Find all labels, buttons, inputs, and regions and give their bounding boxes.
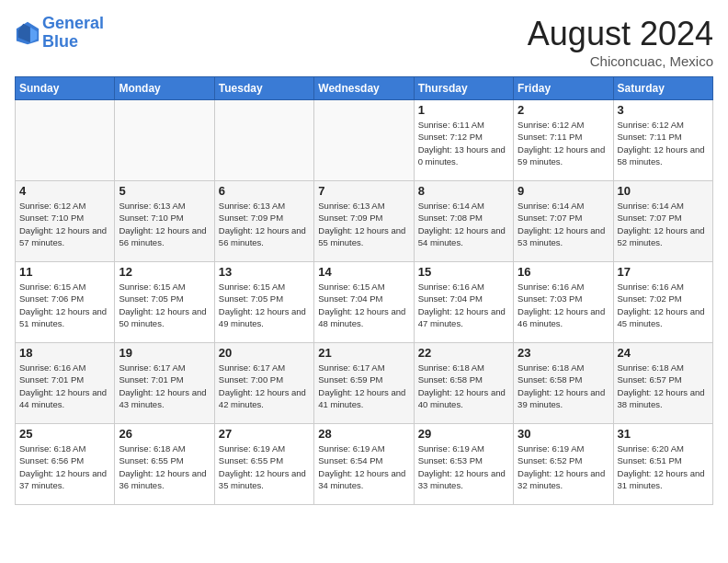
day-cell: 19Sunrise: 6:17 AM Sunset: 7:01 PM Dayli… [115,343,214,424]
day-info: Sunrise: 6:20 AM Sunset: 6:51 PM Dayligh… [618,442,709,491]
day-cell: 4Sunrise: 6:12 AM Sunset: 7:10 PM Daylig… [16,181,115,262]
day-number: 13 [219,265,310,279]
day-info: Sunrise: 6:17 AM Sunset: 6:59 PM Dayligh… [318,362,409,410]
day-cell: 15Sunrise: 6:16 AM Sunset: 7:04 PM Dayli… [414,262,513,343]
day-number: 24 [618,346,709,360]
day-info: Sunrise: 6:19 AM Sunset: 6:52 PM Dayligh… [518,442,609,491]
day-info: Sunrise: 6:16 AM Sunset: 7:03 PM Dayligh… [518,281,609,329]
day-cell: 6Sunrise: 6:13 AM Sunset: 7:09 PM Daylig… [214,181,313,262]
day-info: Sunrise: 6:12 AM Sunset: 7:11 PM Dayligh… [618,119,709,167]
day-number: 15 [418,265,509,279]
day-cell: 28Sunrise: 6:19 AM Sunset: 6:54 PM Dayli… [314,424,414,505]
day-info: Sunrise: 6:18 AM Sunset: 6:55 PM Dayligh… [119,442,210,491]
logo-text: General Blue [42,15,104,52]
day-info: Sunrise: 6:15 AM Sunset: 7:05 PM Dayligh… [219,281,310,329]
day-info: Sunrise: 6:19 AM Sunset: 6:53 PM Dayligh… [418,442,509,491]
day-number: 11 [19,265,110,279]
day-info: Sunrise: 6:14 AM Sunset: 7:07 PM Dayligh… [518,200,609,248]
day-cell: 18Sunrise: 6:16 AM Sunset: 7:01 PM Dayli… [16,343,115,424]
week-row-4: 18Sunrise: 6:16 AM Sunset: 7:01 PM Dayli… [16,343,713,424]
day-info: Sunrise: 6:13 AM Sunset: 7:09 PM Dayligh… [219,200,310,248]
day-cell: 27Sunrise: 6:19 AM Sunset: 6:55 PM Dayli… [214,424,313,505]
day-number: 17 [618,265,709,279]
weekday-header-tuesday: Tuesday [214,77,313,100]
day-info: Sunrise: 6:14 AM Sunset: 7:07 PM Dayligh… [618,200,709,248]
day-number: 20 [219,346,310,360]
week-row-3: 11Sunrise: 6:15 AM Sunset: 7:06 PM Dayli… [16,262,713,343]
day-number: 9 [518,184,609,198]
day-number: 22 [418,346,509,360]
day-cell: 9Sunrise: 6:14 AM Sunset: 7:07 PM Daylig… [514,181,613,262]
day-number: 2 [518,103,609,117]
day-number: 3 [618,103,709,117]
weekday-header-saturday: Saturday [613,77,712,100]
month-title: August 2024 [528,15,713,53]
day-info: Sunrise: 6:17 AM Sunset: 7:00 PM Dayligh… [219,362,310,410]
day-number: 6 [219,184,310,198]
day-number: 4 [19,184,110,198]
day-cell: 29Sunrise: 6:19 AM Sunset: 6:53 PM Dayli… [414,424,513,505]
day-info: Sunrise: 6:13 AM Sunset: 7:10 PM Dayligh… [119,200,210,248]
day-number: 26 [119,427,210,441]
day-number: 29 [418,427,509,441]
weekday-header-thursday: Thursday [414,77,513,100]
page-header: General Blue August 2024 Chiconcuac, Mex… [15,15,713,69]
day-number: 30 [518,427,609,441]
day-number: 31 [618,427,709,441]
day-info: Sunrise: 6:16 AM Sunset: 7:04 PM Dayligh… [418,281,509,329]
location: Chiconcuac, Mexico [528,53,713,69]
day-info: Sunrise: 6:17 AM Sunset: 7:01 PM Dayligh… [119,362,210,410]
day-info: Sunrise: 6:19 AM Sunset: 6:54 PM Dayligh… [318,442,409,491]
logo-icon [15,20,40,46]
day-cell: 1Sunrise: 6:11 AM Sunset: 7:12 PM Daylig… [414,100,513,181]
day-number: 18 [19,346,110,360]
day-info: Sunrise: 6:15 AM Sunset: 7:04 PM Dayligh… [318,281,409,329]
day-cell [314,100,414,181]
weekday-header-row: SundayMondayTuesdayWednesdayThursdayFrid… [16,77,713,100]
day-cell: 20Sunrise: 6:17 AM Sunset: 7:00 PM Dayli… [214,343,313,424]
day-info: Sunrise: 6:14 AM Sunset: 7:08 PM Dayligh… [418,200,509,248]
week-row-1: 1Sunrise: 6:11 AM Sunset: 7:12 PM Daylig… [16,100,713,181]
day-number: 14 [318,265,409,279]
day-cell: 24Sunrise: 6:18 AM Sunset: 6:57 PM Dayli… [613,343,712,424]
day-info: Sunrise: 6:16 AM Sunset: 7:02 PM Dayligh… [618,281,709,329]
day-info: Sunrise: 6:15 AM Sunset: 7:06 PM Dayligh… [19,281,110,329]
day-cell [214,100,313,181]
day-info: Sunrise: 6:12 AM Sunset: 7:11 PM Dayligh… [518,119,609,167]
day-number: 10 [618,184,709,198]
day-number: 16 [518,265,609,279]
day-cell: 5Sunrise: 6:13 AM Sunset: 7:10 PM Daylig… [115,181,214,262]
day-number: 8 [418,184,509,198]
logo-line2: Blue [42,32,78,51]
day-info: Sunrise: 6:16 AM Sunset: 7:01 PM Dayligh… [19,362,110,410]
day-cell: 16Sunrise: 6:16 AM Sunset: 7:03 PM Dayli… [514,262,613,343]
day-number: 25 [19,427,110,441]
calendar-table: SundayMondayTuesdayWednesdayThursdayFrid… [15,76,713,505]
day-info: Sunrise: 6:18 AM Sunset: 6:57 PM Dayligh… [618,362,709,410]
day-info: Sunrise: 6:15 AM Sunset: 7:05 PM Dayligh… [119,281,210,329]
day-cell: 3Sunrise: 6:12 AM Sunset: 7:11 PM Daylig… [613,100,712,181]
day-cell: 10Sunrise: 6:14 AM Sunset: 7:07 PM Dayli… [613,181,712,262]
day-number: 1 [418,103,509,117]
day-number: 21 [318,346,409,360]
day-cell: 11Sunrise: 6:15 AM Sunset: 7:06 PM Dayli… [16,262,115,343]
week-row-2: 4Sunrise: 6:12 AM Sunset: 7:10 PM Daylig… [16,181,713,262]
day-info: Sunrise: 6:13 AM Sunset: 7:09 PM Dayligh… [318,200,409,248]
weekday-header-monday: Monday [115,77,214,100]
day-cell: 22Sunrise: 6:18 AM Sunset: 6:58 PM Dayli… [414,343,513,424]
day-info: Sunrise: 6:19 AM Sunset: 6:55 PM Dayligh… [219,442,310,491]
title-block: August 2024 Chiconcuac, Mexico [528,15,713,69]
day-info: Sunrise: 6:11 AM Sunset: 7:12 PM Dayligh… [418,119,509,167]
day-cell: 7Sunrise: 6:13 AM Sunset: 7:09 PM Daylig… [314,181,414,262]
day-info: Sunrise: 6:18 AM Sunset: 6:56 PM Dayligh… [19,442,110,491]
day-number: 28 [318,427,409,441]
day-cell: 14Sunrise: 6:15 AM Sunset: 7:04 PM Dayli… [314,262,414,343]
day-cell: 2Sunrise: 6:12 AM Sunset: 7:11 PM Daylig… [514,100,613,181]
day-number: 27 [219,427,310,441]
day-number: 12 [119,265,210,279]
logo: General Blue [15,15,104,52]
week-row-5: 25Sunrise: 6:18 AM Sunset: 6:56 PM Dayli… [16,424,713,505]
day-info: Sunrise: 6:18 AM Sunset: 6:58 PM Dayligh… [418,362,509,410]
logo-line1: General [42,14,104,32]
weekday-header-sunday: Sunday [16,77,115,100]
